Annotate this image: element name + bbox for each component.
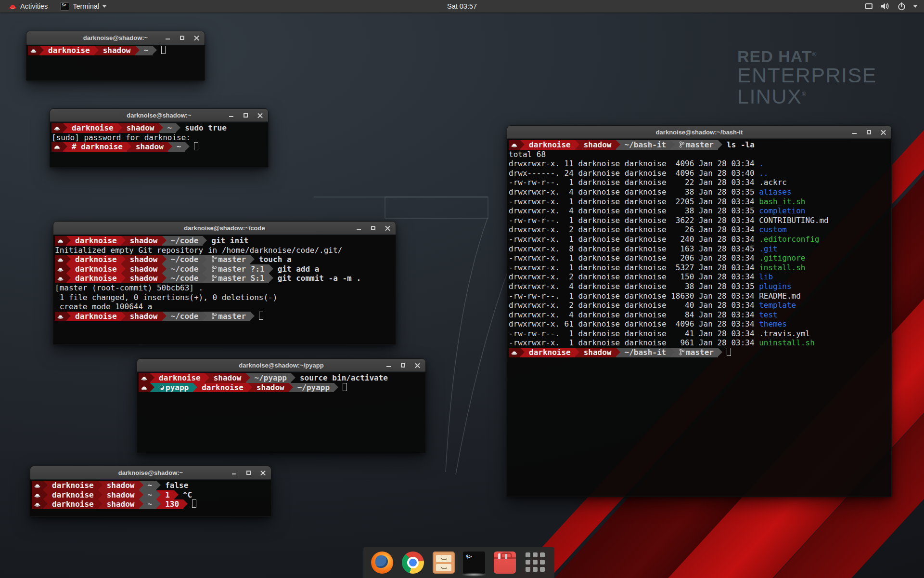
minimize-icon[interactable]: [851, 129, 858, 135]
toolbox-icon[interactable]: [494, 552, 516, 574]
prompt-segment-host: shadow: [103, 490, 139, 500]
chevron-down-icon: [103, 5, 106, 8]
ls-file-name: CONTRIBUTING.md: [759, 216, 829, 225]
terminal-cursor: [161, 46, 166, 54]
prompt-segment-git: master: [207, 255, 250, 264]
maximize-icon[interactable]: [400, 362, 406, 368]
volume-icon[interactable]: [880, 2, 890, 10]
terminal-cursor: [259, 312, 263, 320]
display-icon[interactable]: [865, 3, 873, 9]
window-titlebar[interactable]: darknoise@shadow:~/bash-it: [507, 126, 891, 139]
prompt-segment-user: darknoise: [44, 46, 94, 55]
maximize-icon[interactable]: [243, 112, 249, 118]
maximize-icon[interactable]: [245, 470, 252, 476]
window-titlebar[interactable]: darknoise@shadow:~/pyapp: [137, 359, 425, 372]
firefox-icon[interactable]: [371, 552, 393, 574]
terminal-line: total 68: [509, 150, 891, 159]
powerline-arrow-icon: [248, 383, 252, 393]
powerline-arrow-icon: [63, 123, 67, 133]
command-text: git init: [207, 236, 248, 245]
minimize-icon[interactable]: [385, 362, 392, 368]
maximize-icon[interactable]: [370, 225, 376, 231]
terminal-icon[interactable]: $>: [463, 552, 485, 574]
terminal-cursor: [194, 142, 198, 150]
terminal-screen[interactable]: darknoiseshadow~falsedarknoiseshadow~1^C…: [30, 480, 271, 516]
ls-file-name: ..: [759, 169, 768, 178]
terminal-screen[interactable]: darknoiseshadow~: [26, 45, 205, 80]
app-menu-terminal[interactable]: $> Terminal: [55, 0, 111, 13]
powerline-arrow-icon: [156, 490, 161, 500]
terminal-line: drwxrwxr-x. 4 darknoise darknoise 38 Jan…: [509, 187, 891, 197]
terminal-screen[interactable]: darknoiseshadow~sudo true[sudo] password…: [50, 122, 268, 167]
maximize-icon[interactable]: [179, 35, 185, 41]
powerline-arrow-icon: [121, 274, 126, 283]
window-titlebar[interactable]: darknoise@shadow:~: [50, 109, 268, 122]
redhat-fedora-icon: [511, 350, 517, 355]
maximize-icon[interactable]: [866, 129, 872, 135]
prompt-segment-path: ~: [143, 481, 157, 490]
prompt-segment-user: darknoise: [67, 123, 118, 133]
prompt-segment-host: shadow: [579, 348, 616, 357]
command-text: false: [161, 481, 188, 490]
git-branch-icon: [211, 313, 217, 319]
activities-button[interactable]: Activities: [4, 0, 52, 13]
prompt-segment-host: shadow: [99, 46, 135, 55]
close-icon[interactable]: [414, 362, 421, 368]
ls-file-meta: drwxrwxr-x. 4 darknoise darknoise 84 Jan…: [509, 310, 759, 319]
powerline-arrow-icon: [98, 481, 103, 490]
terminal-line: -rwxrwxr-x. 1 darknoise darknoise 5327 J…: [509, 263, 891, 273]
powerline-arrow-icon: [203, 236, 207, 246]
prompt-segment-git: master ?:1: [207, 264, 269, 274]
ls-file-meta: -rw-rw-r--. 1 darknoise darknoise 3622 J…: [509, 216, 759, 225]
window-titlebar[interactable]: darknoise@shadow:~: [26, 31, 205, 44]
powerline-arrow-icon: [150, 383, 154, 393]
minimize-icon[interactable]: [231, 470, 237, 476]
ls-file-name: install.sh: [759, 263, 805, 272]
powerline-arrow-icon: [121, 236, 126, 246]
prompt-segment-hat: [32, 481, 43, 490]
prompt-segment-hat: [55, 264, 66, 274]
close-icon[interactable]: [260, 470, 266, 476]
prompt-segment-user: darknoise: [71, 274, 121, 283]
powerline-arrow-icon: [150, 373, 154, 383]
ls-file-meta: -rwxrwxr-x. 1 darknoise darknoise 961 Ja…: [509, 338, 759, 347]
prompt-segment-path: ~: [143, 499, 157, 509]
terminal-screen[interactable]: darknoiseshadow~/bash-itmasterls -latota…: [507, 139, 891, 497]
minimize-icon[interactable]: [165, 35, 171, 41]
window-title: darknoise@shadow:~: [118, 469, 183, 476]
prompt-segment-host: shadow: [579, 140, 616, 150]
terminal-line: -rw-rw-r--. 1 darknoise darknoise 41 Jan…: [509, 329, 891, 339]
prompt-segment-user: darknoise: [525, 140, 575, 150]
redhat-fedora-icon: [57, 238, 64, 244]
prompt-segment-host: shadow: [252, 383, 289, 393]
clock[interactable]: Sat 03:57: [447, 0, 477, 13]
files-icon[interactable]: [433, 552, 455, 574]
chevron-down-icon[interactable]: [913, 5, 917, 8]
terminal-line: darknoiseshadow~1^C: [32, 490, 271, 500]
close-icon[interactable]: [880, 129, 886, 135]
window-titlebar[interactable]: darknoise@shadow:~/code: [53, 222, 396, 235]
close-icon[interactable]: [257, 112, 263, 118]
app-grid-icon[interactable]: [525, 552, 547, 574]
window-title: darknoise@shadow:~: [83, 34, 148, 41]
powerline-arrow-icon: [183, 499, 188, 509]
minimize-icon[interactable]: [228, 112, 234, 118]
minimize-icon[interactable]: [356, 225, 362, 231]
powerline-arrow-icon: [43, 490, 48, 500]
terminal-screen[interactable]: darknoiseshadow~/codegit initInitialized…: [53, 235, 396, 344]
ls-file-meta: -rw-rw-r--. 1 darknoise darknoise 41 Jan…: [509, 329, 759, 338]
powerline-arrow-icon: [66, 264, 71, 274]
powerline-arrow-icon: [139, 490, 143, 500]
window-titlebar[interactable]: darknoise@shadow:~: [30, 466, 271, 479]
terminal-line: drwxrwxr-x. 4 darknoise darknoise 38 Jan…: [509, 282, 891, 291]
power-icon[interactable]: [898, 2, 906, 11]
chrome-icon[interactable]: [402, 552, 424, 574]
redhat-fedora-icon: [141, 376, 147, 381]
terminal-line: darknoiseshadow~sudo true: [51, 123, 268, 133]
close-icon[interactable]: [193, 35, 200, 41]
powerline-arrow-icon: [139, 499, 143, 509]
terminal-line: darknoiseshadow~false: [32, 481, 271, 490]
close-icon[interactable]: [385, 225, 391, 231]
ls-file-name: custom: [759, 225, 787, 234]
terminal-screen[interactable]: darknoiseshadow~/pyappsource bin/activat…: [137, 372, 425, 453]
